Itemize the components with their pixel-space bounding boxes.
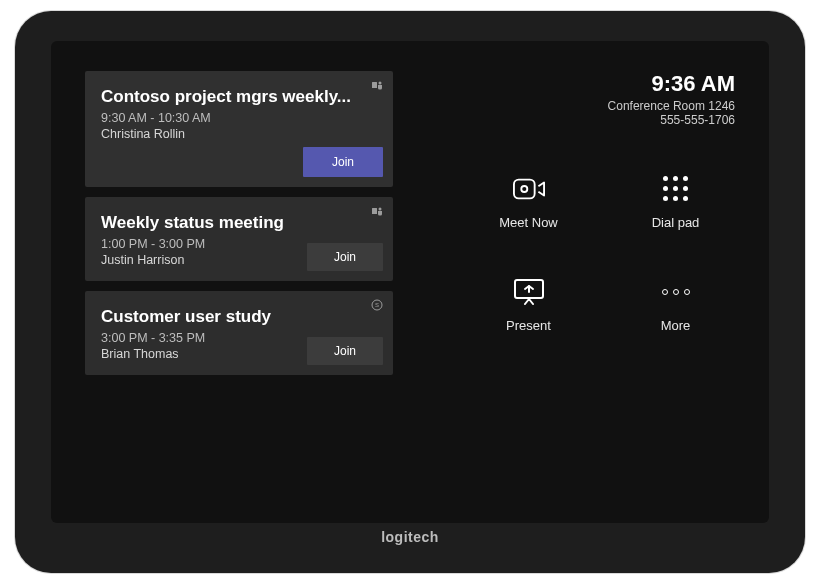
- svg-point-7: [521, 185, 527, 191]
- teams-icon: [371, 79, 383, 93]
- room-phone: 555-555-1706: [433, 113, 735, 127]
- svg-rect-0: [372, 82, 377, 88]
- video-icon: [513, 173, 545, 205]
- header-info: 9:36 AM Conference Room 1246 555-555-170…: [433, 71, 735, 127]
- action-label: Dial pad: [652, 215, 700, 230]
- dialpad-icon: [660, 173, 692, 205]
- join-button[interactable]: Join: [307, 243, 383, 271]
- action-grid: Meet Now Dial pad: [433, 173, 735, 333]
- clock: 9:36 AM: [433, 71, 735, 97]
- meeting-title: Contoso project mgrs weekly...: [101, 87, 377, 107]
- teams-icon: [371, 205, 383, 219]
- action-label: More: [661, 318, 691, 333]
- svg-point-3: [379, 207, 382, 210]
- svg-text:S: S: [375, 302, 379, 308]
- device-frame: Contoso project mgrs weekly... 9:30 AM -…: [15, 11, 805, 573]
- more-icon: [660, 276, 692, 308]
- present-icon: [513, 276, 545, 308]
- meeting-title: Weekly status meeting: [101, 213, 377, 233]
- action-label: Meet Now: [499, 215, 558, 230]
- action-label: Present: [506, 318, 551, 333]
- device-brand: logitech: [51, 529, 769, 545]
- room-name: Conference Room 1246: [433, 99, 735, 113]
- present-button[interactable]: Present: [475, 276, 582, 333]
- meeting-card[interactable]: Contoso project mgrs weekly... 9:30 AM -…: [85, 71, 393, 187]
- meet-now-button[interactable]: Meet Now: [475, 173, 582, 230]
- dial-pad-button[interactable]: Dial pad: [622, 173, 729, 230]
- meetings-list: Contoso project mgrs weekly... 9:30 AM -…: [85, 71, 393, 503]
- svg-point-1: [379, 81, 382, 84]
- join-button[interactable]: Join: [307, 337, 383, 365]
- svg-rect-6: [513, 179, 534, 198]
- meeting-card[interactable]: S Customer user study 3:00 PM - 3:35 PM …: [85, 291, 393, 375]
- meeting-time: 9:30 AM - 10:30 AM: [101, 111, 377, 125]
- right-pane: 9:36 AM Conference Room 1246 555-555-170…: [433, 71, 735, 503]
- svg-rect-2: [372, 208, 377, 214]
- meeting-card[interactable]: Weekly status meeting 1:00 PM - 3:00 PM …: [85, 197, 393, 281]
- meeting-organizer: Christina Rollin: [101, 127, 377, 141]
- screen: Contoso project mgrs weekly... 9:30 AM -…: [51, 41, 769, 523]
- skype-icon: S: [371, 299, 383, 313]
- more-button[interactable]: More: [622, 276, 729, 333]
- join-button[interactable]: Join: [303, 147, 383, 177]
- meeting-title: Customer user study: [101, 307, 377, 327]
